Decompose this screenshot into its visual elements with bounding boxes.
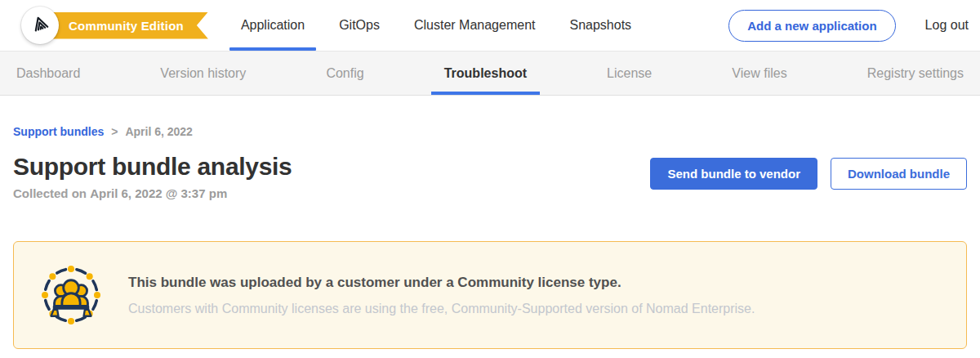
nav-item-snapshots[interactable]: Snapshots xyxy=(568,0,633,51)
topbar-right: Add a new application Log out xyxy=(728,10,969,42)
subnav-item-registry-settings[interactable]: Registry settings xyxy=(867,51,964,95)
subnav-item-view-files[interactable]: View files xyxy=(732,51,786,95)
collected-date: April 6, 2022 @ 3:37 pm xyxy=(90,186,227,200)
community-people-icon xyxy=(38,262,104,328)
alert-title: This bundle was uploaded by a customer u… xyxy=(128,275,755,291)
add-new-application-button[interactable]: Add a new application xyxy=(728,10,895,42)
primary-nav: Application GitOps Cluster Management Sn… xyxy=(239,0,633,51)
breadcrumb-current: April 6, 2022 xyxy=(125,125,193,138)
page-header: Support bundle analysis Collected on Apr… xyxy=(13,153,967,200)
community-edition-badge: Community Edition xyxy=(49,12,208,39)
nav-item-gitops[interactable]: GitOps xyxy=(337,0,381,51)
title-block: Support bundle analysis Collected on Apr… xyxy=(13,153,292,200)
breadcrumb: Support bundles > April 6, 2022 xyxy=(13,125,967,138)
alert-text: This bundle was uploaded by a customer u… xyxy=(128,275,755,316)
app-subnav: Dashboard Version history Config Trouble… xyxy=(0,51,980,96)
replicated-logo[interactable] xyxy=(21,7,59,44)
log-out-link[interactable]: Log out xyxy=(925,18,969,33)
collected-prefix: Collected on xyxy=(13,186,90,200)
subnav-item-troubleshoot[interactable]: Troubleshoot xyxy=(444,51,527,95)
community-license-alert: This bundle was uploaded by a customer u… xyxy=(13,241,967,349)
send-bundle-to-vendor-button[interactable]: Send bundle to vendor xyxy=(650,158,817,190)
subnav-item-config[interactable]: Config xyxy=(326,51,363,95)
download-bundle-button[interactable]: Download bundle xyxy=(831,158,967,190)
brand: Community Edition xyxy=(21,7,208,44)
alert-subtitle: Customers with Community licenses are us… xyxy=(128,302,755,316)
collected-timestamp: Collected on April 6, 2022 @ 3:37 pm xyxy=(13,186,292,200)
replicated-logo-icon xyxy=(29,13,51,38)
subnav-item-license[interactable]: License xyxy=(607,51,652,95)
subnav-item-version-history[interactable]: Version history xyxy=(160,51,246,95)
breadcrumb-support-bundles-link[interactable]: Support bundles xyxy=(13,125,104,138)
bundle-actions: Send bundle to vendor Download bundle xyxy=(650,158,967,190)
subnav-item-dashboard[interactable]: Dashboard xyxy=(16,51,80,95)
nav-item-application[interactable]: Application xyxy=(239,0,306,51)
nav-item-cluster-management[interactable]: Cluster Management xyxy=(412,0,537,51)
top-navigation-bar: Community Edition Application GitOps Clu… xyxy=(0,0,980,51)
main-content: Support bundles > April 6, 2022 Support … xyxy=(0,125,980,349)
breadcrumb-separator: > xyxy=(111,125,118,138)
page-title: Support bundle analysis xyxy=(13,153,292,181)
